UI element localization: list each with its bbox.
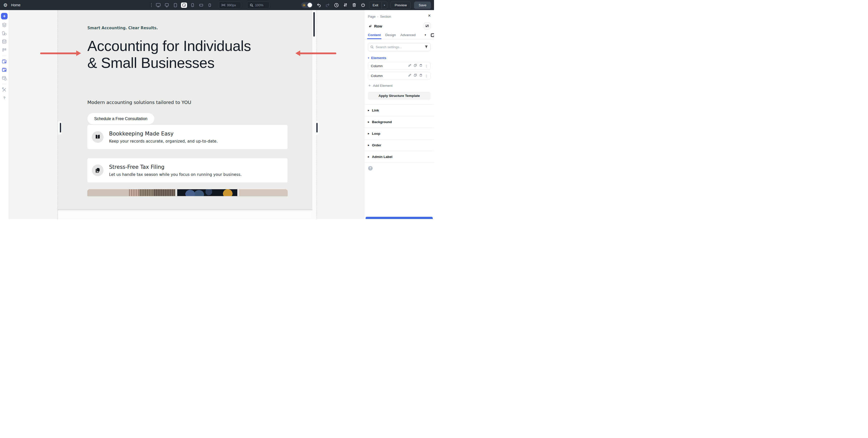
power-icon[interactable] [360,2,366,8]
breadcrumb-section[interactable]: Section [380,14,391,19]
breakpoint-monitor-icon[interactable] [164,2,170,8]
tools-icon[interactable] [1,87,7,93]
element-row-label: Column [371,64,383,68]
column-resize-handle-right[interactable] [316,123,318,132]
panel-tabs: Content Design Advanced ▾ [368,33,431,39]
breadcrumb-page[interactable]: Page [368,14,375,19]
breakpoint-guide-left [58,10,58,219]
sun-icon [302,3,306,7]
document-title: Home [11,3,21,7]
elements-section-header[interactable]: ▾ Elements [368,56,431,60]
more-options-kebab-icon[interactable]: ⋮ [425,74,428,77]
edit-pencil-icon[interactable] [408,73,411,78]
next-page-section[interactable] [58,210,312,219]
add-element-sidebar-button[interactable]: + [1,13,7,20]
duplicate-icon[interactable] [413,64,417,68]
preview-button[interactable]: Preview [391,1,411,9]
exit-button-label: Exit [369,3,382,7]
settings-accordions: ▶ Link ▶ Background ▶ Loop ▶ Order ▶ Adm… [364,104,434,163]
sort-structure-icon[interactable] [343,2,348,8]
element-row-column-2[interactable]: Column ⋮ [368,72,431,79]
element-selector-icon[interactable] [1,59,7,64]
search-icon [370,45,374,50]
hero-image-strip[interactable] [87,189,287,196]
delete-trash-icon[interactable] [419,64,423,68]
card-title: Bookkeeping Made Easy [109,131,218,137]
card-description: Let us handle tax season while you focus… [109,172,242,177]
plus-icon: + [368,83,371,88]
delete-trash-icon[interactable] [419,73,423,78]
accordion-admin-label[interactable]: ▶ Admin Label [364,151,434,163]
hero-heading-line1: Accounting for Individuals [87,37,297,54]
canvas-zoom-input[interactable]: 100% [247,1,269,8]
builder-canvas: Smart Accounting. Clear Results. Account… [9,10,364,219]
close-panel-icon[interactable]: × [428,13,431,18]
top-toolbar: ⚙ Home [0,0,434,10]
canvas-width-value: 990px [227,3,236,7]
design-library-icon[interactable] [1,31,7,36]
expand-triangle-icon: ▶ [368,109,369,111]
section-selector-icon[interactable] [1,67,7,73]
drag-handle-icon[interactable] [151,3,152,7]
exit-dropdown-caret-icon[interactable]: ▾ [381,2,387,8]
canvas-scrollbar-track[interactable] [312,10,317,219]
tab-design[interactable]: Design [385,33,396,39]
responsive-mode-icon[interactable] [431,33,434,39]
history-icon[interactable] [334,2,339,8]
tab-advanced[interactable]: Advanced [400,33,415,39]
redo-icon[interactable] [325,2,331,8]
trash-icon[interactable] [351,2,357,8]
breakpoint-phone-landscape-icon[interactable] [198,2,204,8]
search-settings-input[interactable] [368,43,431,51]
accordion-background[interactable]: ▶ Background [364,116,434,128]
accordion-link[interactable]: ▶ Link [364,105,434,116]
save-button[interactable]: Save [414,1,431,9]
more-options-kebab-icon[interactable]: ⋮ [425,64,428,68]
documents-icon [92,165,103,176]
database-icon[interactable] [1,39,7,44]
breakpoint-phone-portrait-icon[interactable] [189,2,195,8]
structure-view-button[interactable] [424,23,431,29]
list-settings-icon[interactable] [1,47,7,53]
feature-card-tax-filing[interactable]: Stress-Free Tax Filing Let us handle tax… [87,158,287,182]
canvas-width-input[interactable]: 990px [219,1,241,8]
add-element-label: Add Element [373,84,392,88]
hero-heading[interactable]: Accounting for Individuals & Small Busin… [87,37,297,71]
cta-button[interactable]: Schedule a Free Consultation [87,113,154,124]
cta-button-label: Schedule a Free Consultation [94,116,148,121]
element-row-column-1[interactable]: Column ⋮ [368,62,431,70]
feature-card-bookkeeping[interactable]: Bookkeeping Made Easy Keep your records … [87,125,287,149]
annotation-arrow-right [296,50,336,56]
preview-button-label: Preview [391,3,410,7]
section-divider-hairline [58,209,312,209]
undo-icon[interactable] [316,2,322,8]
column-resize-handle-left[interactable] [60,123,61,132]
apply-structure-template-button[interactable]: Apply Structure Template [368,92,431,100]
tabs-dropdown-caret-icon[interactable]: ▾ [425,33,426,39]
canvas-scrollbar-thumb[interactable] [313,12,315,37]
panel-bottom-blue-bar[interactable] [366,217,433,219]
breakpoint-phone-small-icon[interactable] [207,2,213,8]
breadcrumb-separator-icon: › [377,15,378,19]
panel-help-icon[interactable]: ? [368,166,373,171]
hero-subtitle: Modern accounting solutions tailored to … [87,100,191,105]
media-browser-icon[interactable] [1,75,7,81]
tab-content[interactable]: Content [368,33,381,39]
breakpoint-tablet-landscape-icon-active[interactable] [181,2,187,8]
accordion-loop[interactable]: ▶ Loop [364,128,434,139]
duplicate-icon[interactable] [413,73,417,78]
breakpoint-tablet-portrait-icon[interactable] [172,2,178,8]
breakpoint-desktop-icon[interactable] [155,2,161,8]
help-icon[interactable]: ? [3,96,5,100]
layers-icon[interactable] [1,22,7,28]
settings-gear-icon[interactable]: ⚙ [3,3,7,7]
dark-mode-toggle[interactable] [301,2,313,8]
add-element-button[interactable]: + Add Element [368,83,431,88]
exit-button[interactable]: Exit ▾ [369,1,388,9]
left-sidebar: + ? [0,10,9,219]
filter-funnel-icon[interactable] [425,45,428,50]
accordion-order[interactable]: ▶ Order [364,139,434,151]
image-strip-detail [129,189,175,196]
edit-pencil-icon[interactable] [408,64,411,68]
back-arrow-icon[interactable] [368,24,372,28]
